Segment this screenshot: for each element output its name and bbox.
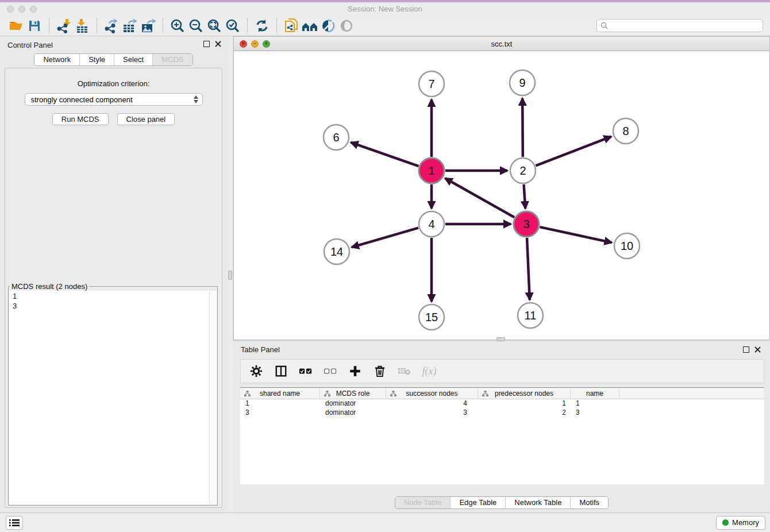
graph-edge[interactable] [445,178,515,217]
open-session-button[interactable] [7,17,25,34]
tab-network-table[interactable]: Network Table [506,497,571,508]
graph-edge[interactable] [524,184,526,209]
graph-edge[interactable] [540,227,611,242]
table-cell[interactable]: 1 [240,399,320,408]
mcds-result-group: MCDS result (2 nodes) 1 3 [8,282,218,506]
show-graphics-details-button[interactable] [337,17,356,34]
toolbar-separator [97,18,97,33]
graph-edge[interactable] [522,98,523,157]
tab-select[interactable]: Select [114,54,153,65]
import-network-button[interactable] [55,17,73,34]
table-row[interactable]: 3dominator323 [240,408,764,418]
memory-label: Memory [732,518,759,527]
graph-node-label: 10 [621,240,633,252]
criterion-select[interactable]: strongly connected component [25,93,203,106]
graph-edge[interactable] [351,142,418,166]
table-panel-title: Table Panel [241,345,280,354]
network-graph: 7968124314101511 [234,51,769,340]
column-header-shared-name[interactable]: shared name [240,388,320,399]
search-input[interactable] [610,22,759,30]
close-table-panel-icon[interactable] [754,346,761,353]
tab-node-table[interactable]: Node Table [395,497,451,508]
refresh-layout-button[interactable] [253,17,271,34]
vizmapper-icon [321,18,336,33]
toolbar-separator [247,18,248,33]
network-window-title: scc.txt [234,40,769,48]
table-cell[interactable]: 3 [386,408,478,418]
result-scrollbar[interactable] [209,291,217,504]
graph-edge[interactable] [527,238,530,300]
column-header-name[interactable]: name [571,388,619,399]
column-header-successor-nodes[interactable]: successor nodes [386,388,478,399]
control-panel-header: Control Panel [0,36,227,53]
show-task-history-button[interactable] [6,516,23,530]
close-panel-icon[interactable] [215,41,221,47]
tab-style[interactable]: Style [80,54,114,65]
refresh-icon [255,18,270,33]
table-cell[interactable]: 2 [478,408,571,418]
save-session-button[interactable] [25,17,44,34]
home-layout-button[interactable] [301,17,319,34]
table-panel-header: Table Panel [233,342,770,357]
float-panel-icon[interactable] [203,41,210,47]
network-canvas[interactable]: 7968124314101511 [234,51,769,340]
graph-node-label: 1 [428,164,434,177]
application-window: Session: New Session [0,0,770,532]
import-table-button[interactable] [73,17,91,34]
table-row[interactable]: 1dominator411 [240,399,764,408]
select-all-columns-button[interactable] [299,364,313,378]
network-window-titlebar: scc.txt × − + [234,37,769,51]
select-all-icon [299,366,313,376]
graph-node-label: 3 [523,218,529,230]
splitter-handle-horizontal[interactable] [496,337,505,341]
graph-node-label: 14 [330,245,343,258]
network-document-button[interactable] [282,17,301,34]
table-toolbar: f(x) [240,359,764,383]
mcds-panel: Optimization criterion: strongly connect… [5,68,222,508]
table-cell[interactable]: 4 [386,399,478,408]
deselect-all-columns-button[interactable] [324,364,337,378]
column-type-icon [324,391,330,396]
home-icon [301,19,318,33]
float-table-panel-icon[interactable] [743,346,749,353]
splitter-handle-vertical[interactable] [228,271,232,280]
table-cell[interactable]: 3 [571,408,619,418]
add-column-button[interactable] [348,364,362,378]
function-builder-button[interactable]: f(x) [422,364,436,378]
memory-status-icon [722,519,729,526]
zoom-in-button[interactable] [168,17,187,34]
table-cell[interactable]: dominator [320,408,386,418]
close-panel-button[interactable]: Close panel [117,113,175,125]
export-image-button[interactable] [139,17,157,34]
table-cell[interactable]: dominator [320,399,386,408]
show-column-panel-button[interactable] [274,364,288,378]
delete-table-button[interactable] [398,364,411,378]
vizmapper-button[interactable] [319,17,337,34]
column-header-predecessor-nodes[interactable]: predecessor nodes [478,388,571,399]
select-stepper-icon [194,95,198,103]
search-box [596,19,763,32]
table-cell[interactable]: 1 [571,399,619,408]
export-table-button[interactable] [121,17,139,34]
table-cell[interactable]: 1 [478,399,571,408]
tab-edge-table[interactable]: Edge Table [451,497,506,508]
memory-button[interactable]: Memory [716,516,765,530]
column-header-mcds-role[interactable]: MCDS role [320,388,386,399]
graph-edge[interactable] [536,137,611,166]
zoom-selected-icon [225,18,240,33]
zoom-selected-button[interactable] [224,17,242,34]
tab-mcds[interactable]: MCDS [153,54,192,65]
graph-node-label: 2 [519,164,526,177]
zoom-out-button[interactable] [187,17,205,34]
table-cell[interactable]: 3 [240,408,320,418]
export-network-button[interactable] [102,17,121,34]
tab-motifs[interactable]: Motifs [571,497,608,508]
search-icon [600,22,608,29]
zoom-fit-button[interactable] [205,17,224,34]
tab-network[interactable]: Network [34,54,80,65]
run-mcds-button[interactable]: Run MCDS [52,113,109,125]
delete-columns-button[interactable] [373,364,387,378]
graph-edge[interactable] [352,228,418,248]
table-settings-button[interactable] [249,364,263,378]
mcds-result-text[interactable]: 1 3 [9,291,217,504]
